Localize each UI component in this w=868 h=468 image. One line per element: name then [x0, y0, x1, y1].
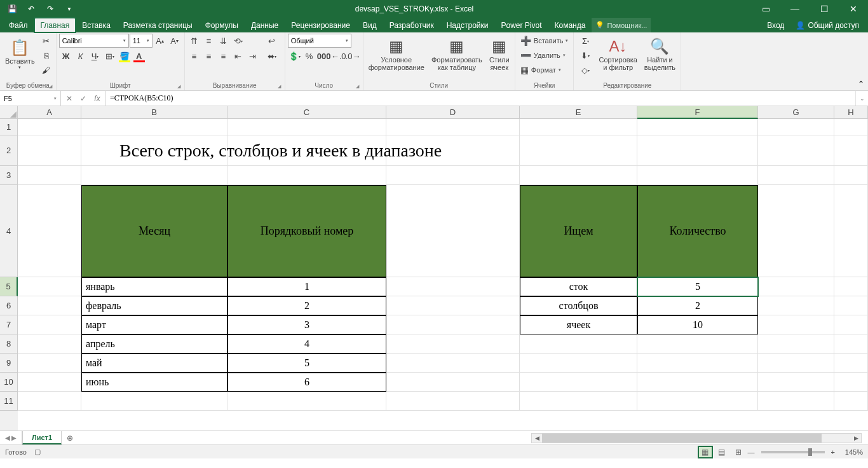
paste-button[interactable]: 📋 Вставить▾	[3, 34, 37, 76]
tab-file[interactable]: Файл	[3, 18, 34, 32]
redo-icon[interactable]: ↷	[42, 1, 58, 17]
cell-G10[interactable]	[758, 373, 834, 392]
cell-H10[interactable]	[834, 373, 868, 392]
cell-styles-button[interactable]: ▦Стилиячеек	[487, 34, 512, 76]
col-header-D[interactable]: D	[386, 106, 520, 119]
tab-pagelayout[interactable]: Разметка страницы	[117, 18, 199, 32]
increase-font-button[interactable]: A▴	[153, 34, 167, 48]
tab-formulas[interactable]: Формулы	[199, 18, 245, 32]
cell-A9[interactable]	[18, 354, 81, 373]
delete-cells-button[interactable]: ➖Удалить▾	[518, 48, 571, 62]
cell-B1[interactable]	[81, 119, 227, 135]
spreadsheet-grid[interactable]: ABCDEFGH 1234567891011 Всего строк, стол…	[0, 106, 868, 430]
cell-F9[interactable]	[637, 354, 758, 373]
cell-F10[interactable]	[637, 373, 758, 392]
left-month-2[interactable]: март	[81, 315, 227, 334]
cell-D6[interactable]	[386, 296, 520, 315]
left-month-5[interactable]: июнь	[81, 373, 227, 392]
cell-G5[interactable]	[758, 277, 834, 296]
cell-A2[interactable]	[18, 135, 81, 166]
indent-decrease-button[interactable]: ⇤	[231, 49, 245, 63]
cell-G2[interactable]	[758, 135, 834, 166]
cell-A8[interactable]	[18, 334, 81, 354]
left-header-ordinal[interactable]: Порядковый номер	[227, 185, 386, 277]
cell-A3[interactable]	[18, 166, 81, 185]
right-value-0[interactable]: 5	[637, 277, 758, 296]
maximize-icon[interactable]: ☐	[810, 0, 839, 18]
right-value-2[interactable]: 10	[637, 315, 758, 334]
fill-color-button[interactable]: 🪣	[118, 49, 132, 63]
increase-decimal-button[interactable]: ←.0	[332, 49, 346, 63]
ribbon-options-icon[interactable]: ▭	[751, 0, 780, 18]
row-header-2[interactable]: 2	[0, 135, 18, 166]
cell-H2[interactable]	[834, 135, 868, 166]
share-button[interactable]: 👤Общий доступ	[790, 21, 864, 30]
cell-H4[interactable]	[834, 185, 868, 277]
confirm-formula-icon[interactable]: ✓	[78, 94, 89, 103]
tab-view[interactable]: Вид	[356, 18, 383, 32]
left-num-0[interactable]: 1	[227, 277, 386, 296]
tab-review[interactable]: Рецензирование	[285, 18, 356, 32]
row-header-10[interactable]: 10	[0, 373, 18, 392]
find-select-button[interactable]: 🔍Найти ивыделить	[642, 34, 678, 76]
tab-insert[interactable]: Вставка	[76, 18, 117, 32]
format-cells-button[interactable]: ▦Формат▾	[518, 63, 571, 77]
align-bottom-button[interactable]: ⇊	[217, 34, 231, 48]
tellme-box[interactable]: 💡Помощник...	[592, 18, 651, 32]
cell-D1[interactable]	[386, 119, 520, 135]
col-header-F[interactable]: F	[637, 106, 758, 119]
right-header-search[interactable]: Ищем	[520, 185, 637, 277]
percent-button[interactable]: %	[302, 49, 316, 63]
cell-E3[interactable]	[520, 166, 637, 185]
add-sheet-button[interactable]: ⊕	[62, 431, 78, 444]
merge-button[interactable]: ⬌▾	[262, 49, 282, 63]
cut-button[interactable]: ✂	[39, 34, 53, 48]
comma-button[interactable]: 000	[317, 49, 331, 63]
right-header-count[interactable]: Количество	[637, 185, 758, 277]
cell-C11[interactable]	[227, 392, 386, 411]
tab-powerpivot[interactable]: Power Pivot	[494, 18, 548, 32]
autosum-button[interactable]: Σ▾	[576, 34, 594, 48]
undo-icon[interactable]: ↶	[23, 1, 39, 17]
align-center-button[interactable]: ≡	[202, 49, 216, 63]
save-icon[interactable]: 💾	[4, 1, 20, 17]
cell-H9[interactable]	[834, 354, 868, 373]
col-header-E[interactable]: E	[520, 106, 637, 119]
wrap-text-button[interactable]: ↩	[262, 34, 282, 48]
cell-B3[interactable]	[81, 166, 227, 185]
format-painter-button[interactable]: 🖌	[39, 63, 53, 77]
cell-G11[interactable]	[758, 392, 834, 411]
row-header-8[interactable]: 8	[0, 334, 18, 354]
right-label-2[interactable]: ячеек	[520, 315, 637, 334]
col-header-G[interactable]: G	[758, 106, 834, 119]
cell-A4[interactable]	[18, 185, 81, 277]
align-right-button[interactable]: ≡	[217, 49, 231, 63]
sort-filter-button[interactable]: A↓Сортировкаи фильтр	[596, 34, 639, 76]
tab-team[interactable]: Команда	[548, 18, 592, 32]
font-color-button[interactable]: А	[132, 49, 146, 63]
minimize-icon[interactable]: —	[780, 0, 810, 18]
align-top-button[interactable]: ⇈	[187, 34, 201, 48]
row-header-5[interactable]: 5	[0, 277, 18, 296]
fill-button[interactable]: ⬇▾	[576, 48, 594, 62]
cell-A1[interactable]	[18, 119, 81, 135]
font-name-combo[interactable]: Calibri▾	[59, 34, 129, 48]
align-middle-button[interactable]: ≡	[202, 34, 216, 48]
view-normal-icon[interactable]: ▦	[698, 446, 712, 458]
zoom-out-icon[interactable]: —	[748, 448, 755, 456]
cell-C1[interactable]	[227, 119, 386, 135]
cell-G6[interactable]	[758, 296, 834, 315]
cell-E1[interactable]	[520, 119, 637, 135]
cell-F3[interactable]	[637, 166, 758, 185]
col-header-C[interactable]: C	[227, 106, 386, 119]
sheet-tab-1[interactable]: Лист1	[22, 431, 62, 444]
cell-G9[interactable]	[758, 354, 834, 373]
cell-G4[interactable]	[758, 185, 834, 277]
insert-cells-button[interactable]: ➕Вставить▾	[518, 34, 571, 48]
cell-D10[interactable]	[386, 373, 520, 392]
left-num-4[interactable]: 5	[227, 354, 386, 373]
horizontal-scrollbar[interactable]: ◀ ▶	[531, 433, 862, 443]
cell-C3[interactable]	[227, 166, 386, 185]
right-label-0[interactable]: сток	[520, 277, 637, 296]
cell-D4[interactable]	[386, 185, 520, 277]
